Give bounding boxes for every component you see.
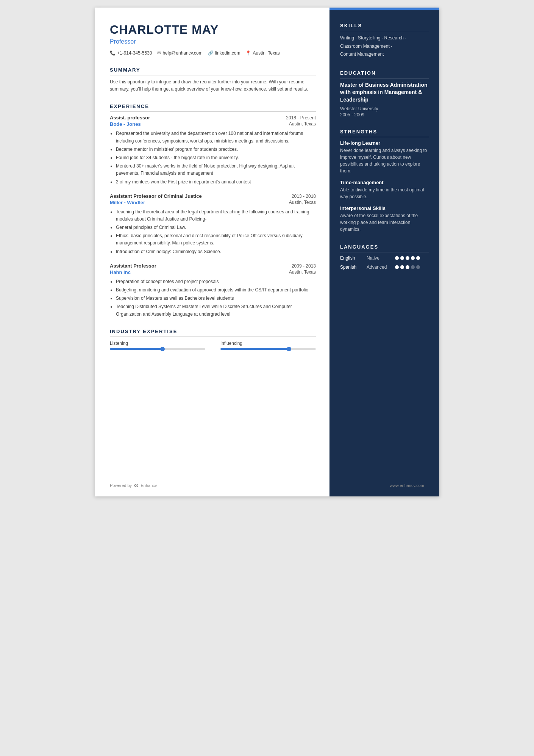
list-item: Represented the university and the depar… (116, 130, 316, 144)
language-english-dots (395, 256, 420, 260)
candidate-title: Professor (110, 38, 316, 45)
dot-4 (411, 265, 415, 269)
language-spanish: Spanish Advanced (340, 265, 429, 270)
skill-listening-label: Listening (110, 341, 205, 346)
strength-3: Interpersonal Skills Aware of the social… (340, 205, 429, 233)
list-item: Introduction of Criminology: Criminology… (116, 248, 316, 255)
job-3-title: Assistant Professor (110, 263, 156, 269)
list-item: Teaching Distributed Systems at Masters … (116, 303, 316, 318)
education-degree: Master of Business Administration with e… (340, 81, 429, 104)
phone-contact: 📞 +1-914-345-5530 (110, 50, 152, 56)
email-icon: ✉ (157, 50, 161, 56)
education-section: EDUCATION Master of Business Administrat… (340, 70, 429, 117)
skill-influencing-dot (287, 347, 291, 351)
job-3-dates: 2009 - 2013 (292, 263, 316, 269)
experience-section: EXPERIENCE Assist. professor 2018 - Pres… (110, 103, 316, 318)
job-3: Assistant Professor 2009 - 2013 Hahn Inc… (110, 263, 316, 318)
dot-3 (406, 265, 409, 269)
email-contact: ✉ help@enhancv.com (157, 50, 202, 56)
list-item: General principles of Criminal Law. (116, 224, 316, 231)
dot-5 (416, 265, 420, 269)
education-years: 2005 - 2009 (340, 112, 429, 117)
dot-1 (395, 256, 399, 260)
brand-logo-icon: ∞ (134, 482, 138, 489)
list-item: Budgeting, monitoring and evaluation of … (116, 286, 316, 294)
summary-title: SUMMARY (110, 67, 316, 75)
list-item: Mentored 30+ master's works in the field… (116, 163, 316, 177)
footer: Powered by ∞ Enhancv www.enhancv.com (95, 482, 439, 489)
dot-2 (400, 256, 404, 260)
experience-title: EXPERIENCE (110, 103, 316, 112)
strength-3-desc: Aware of the social expectations of the … (340, 212, 429, 233)
job-3-company: Hahn Inc (110, 269, 131, 275)
list-item: Preparation of concept notes and project… (116, 278, 316, 285)
skill-influencing: Influencing (220, 341, 316, 350)
job-3-bullets: Preparation of concept notes and project… (116, 278, 316, 318)
dot-2 (400, 265, 404, 269)
strength-2-name: Time-management (340, 180, 429, 185)
right-column: SKILLS Writing · Storytelling · Research… (329, 8, 439, 496)
language-english-name: English (340, 255, 363, 261)
job-2-location: Austin, Texas (289, 200, 316, 205)
job-1-company: Bode - Jones (110, 121, 141, 127)
job-2: Assistant Professor of Criminal Justice … (110, 193, 316, 255)
skills-item-2: Classroom Management · (340, 42, 429, 51)
skills-title: SKILLS (340, 23, 429, 31)
job-3-company-row: Hahn Inc Austin, Texas (110, 269, 316, 275)
language-spanish-level: Advanced (367, 265, 391, 270)
job-1-dates: 2018 - Present (286, 115, 316, 121)
language-english: English Native (340, 255, 429, 261)
skill-listening-bar (110, 348, 205, 350)
dot-1 (395, 265, 399, 269)
education-title: EDUCATION (340, 70, 429, 78)
strengths-section: STRENGTHS Life-long Learner Never done l… (340, 129, 429, 233)
job-2-title: Assistant Professor of Criminal Justice (110, 193, 202, 199)
location-value: Austin, Texas (253, 50, 279, 56)
list-item: Ethics: basic principles, personal and d… (116, 232, 316, 247)
list-item: Found jobs for 34 students - the biggest… (116, 154, 316, 161)
brand-name: Enhancv (141, 483, 157, 488)
job-1-title: Assist. professor (110, 115, 150, 121)
language-spanish-name: Spanish (340, 265, 363, 270)
strength-1-desc: Never done learning and always seeking t… (340, 147, 429, 174)
website-contact: 🔗 linkedin.com (208, 50, 240, 56)
job-2-company: Miller - Windler (110, 200, 145, 205)
dot-5 (416, 256, 420, 260)
phone-icon: 📞 (110, 50, 116, 56)
footer-website: www.enhancv.com (390, 483, 424, 488)
dot-4 (411, 256, 415, 260)
language-english-level: Native (367, 255, 391, 261)
job-1-header: Assist. professor 2018 - Present (110, 115, 316, 121)
top-accent-bar (329, 8, 439, 10)
website-value: linkedin.com (215, 50, 240, 56)
skill-listening-dot (160, 347, 165, 351)
industry-expertise-section: INDUSTRY EXPERTISE Listening Influencing (110, 329, 316, 350)
job-2-dates: 2013 - 2018 (292, 194, 316, 199)
dot-3 (406, 256, 409, 260)
job-1-company-row: Bode - Jones Austin, Texas (110, 121, 316, 127)
industry-expertise-title: INDUSTRY EXPERTISE (110, 329, 316, 337)
education-school: Webster University (340, 106, 429, 111)
languages-title: LANGUAGES (340, 244, 429, 252)
skill-listening-fill (110, 348, 162, 350)
skill-influencing-bar (220, 348, 316, 350)
strength-1-name: Life-long Learner (340, 140, 429, 146)
list-item: Teaching the theoretical area of the leg… (116, 208, 316, 223)
languages-section: LANGUAGES English Native Spanish Advance… (340, 244, 429, 270)
email-value: help@enhancv.com (162, 50, 202, 56)
job-2-header: Assistant Professor of Criminal Justice … (110, 193, 316, 199)
job-3-location: Austin, Texas (289, 269, 316, 275)
summary-section: SUMMARY Use this opportunity to intrigue… (110, 67, 316, 93)
job-1-bullets: Represented the university and the depar… (116, 130, 316, 185)
skills-item-1: Writing · Storytelling · Research · (340, 34, 429, 42)
skill-listening: Listening (110, 341, 205, 350)
job-1: Assist. professor 2018 - Present Bode - … (110, 115, 316, 185)
strength-2: Time-management Able to divide my time i… (340, 180, 429, 200)
list-item: Became mentor in ministries' program for… (116, 146, 316, 153)
summary-text: Use this opportunity to intrigue and dra… (110, 78, 316, 93)
language-spanish-dots (395, 265, 420, 269)
strengths-title: STRENGTHS (340, 129, 429, 137)
phone-value: +1-914-345-5530 (117, 50, 152, 56)
skills-section: SKILLS Writing · Storytelling · Research… (340, 23, 429, 59)
powered-by-text: Powered by (110, 483, 132, 488)
